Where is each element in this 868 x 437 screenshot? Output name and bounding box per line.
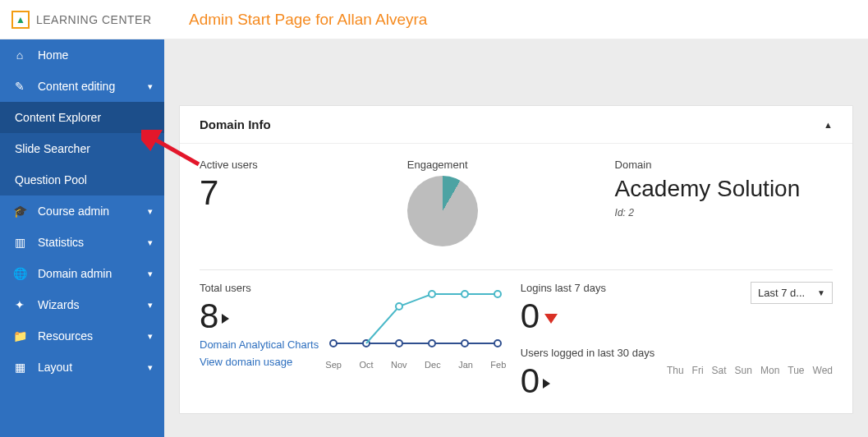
- caret-right-icon[interactable]: [222, 314, 229, 324]
- sidebar-item-content-editing[interactable]: ✎ Content editing ▾: [0, 71, 164, 102]
- wand-icon: ✦: [11, 298, 28, 311]
- x-label: Sep: [325, 360, 342, 370]
- svg-point-4: [462, 340, 468, 347]
- total-users-value: 8: [200, 299, 325, 334]
- brand-icon: ▲: [11, 11, 30, 29]
- active-users-label: Active users: [200, 159, 407, 171]
- sidebar-item-course-admin[interactable]: 🎓 Course admin ▾: [0, 196, 164, 227]
- sidebar-item-content-explorer[interactable]: Content Explorer: [0, 102, 164, 133]
- svg-point-8: [462, 291, 468, 297]
- total-users-label: Total users: [200, 282, 325, 294]
- graduation-icon: 🎓: [11, 205, 28, 218]
- x-label: Feb: [490, 360, 506, 370]
- sidebar: ⌂ Home ✎ Content editing ▾ Content Explo…: [0, 39, 164, 437]
- chevron-down-icon: ▾: [148, 81, 153, 92]
- active-users-block: Active users 7: [200, 159, 407, 246]
- weekday: Thu: [667, 365, 684, 376]
- x-label: Nov: [391, 360, 407, 370]
- total-users-chart: Sep Oct Nov Dec Jan Feb: [325, 282, 520, 398]
- sidebar-item-wizards[interactable]: ✦ Wizards ▾: [0, 289, 164, 320]
- trend-down-icon: [544, 314, 558, 324]
- weekday: Sun: [735, 365, 752, 376]
- domain-label: Domain: [615, 159, 833, 171]
- svg-point-5: [494, 340, 501, 347]
- sidebar-item-label: Wizards: [38, 298, 148, 311]
- active-users-value: 7: [200, 176, 407, 210]
- layout-icon: ▦: [11, 361, 28, 374]
- engagement-pie-chart: [407, 176, 478, 246]
- folder-icon: 📁: [11, 329, 28, 343]
- svg-point-0: [330, 340, 337, 347]
- caret-right-icon[interactable]: [543, 379, 550, 389]
- weekday: Sat: [712, 365, 727, 376]
- sidebar-item-home[interactable]: ⌂ Home: [0, 39, 164, 71]
- sidebar-item-label: Content editing: [38, 80, 148, 93]
- collapse-icon[interactable]: ▲: [824, 120, 833, 130]
- bar-chart-icon: ▥: [11, 236, 28, 249]
- globe-icon: 🌐: [11, 267, 28, 280]
- sidebar-item-label: Statistics: [38, 236, 148, 249]
- sidebar-item-label: Slide Searcher: [15, 142, 153, 155]
- sidebar-item-label: Content Explorer: [15, 111, 153, 124]
- card-header[interactable]: Domain Info ▲: [180, 106, 852, 144]
- app-header: ▲ LEARNING CENTER Admin Start Page for A…: [0, 0, 868, 39]
- range-block: Last 7 d... ▼ Thu Fri Sat Sun Mon Tue: [667, 282, 833, 398]
- main-content: Domain Info ▲ Active users 7 Engagement …: [164, 39, 868, 437]
- sidebar-item-statistics[interactable]: ▥ Statistics ▾: [0, 227, 164, 258]
- sidebar-item-domain-admin[interactable]: 🌐 Domain admin ▾: [0, 258, 164, 289]
- chevron-down-icon: ▾: [148, 206, 153, 217]
- sidebar-item-label: Home: [38, 48, 153, 62]
- weekday-labels: Thu Fri Sat Sun Mon Tue Wed: [667, 365, 833, 376]
- sidebar-item-label: Course admin: [38, 205, 148, 218]
- users30-label: Users logged in last 30 days: [521, 347, 667, 359]
- brand: ▲ LEARNING CENTER: [0, 11, 164, 29]
- edit-icon: ✎: [11, 80, 28, 93]
- domain-analytical-link[interactable]: Domain Analytical Charts: [200, 338, 325, 351]
- total-users-number: 8: [200, 297, 218, 335]
- total-users-block: Total users 8 Domain Analytical Charts V…: [200, 282, 325, 398]
- sidebar-item-label: Layout: [38, 361, 148, 374]
- users30-number: 0: [521, 361, 540, 400]
- chevron-down-icon: ▾: [148, 331, 153, 342]
- domain-name: Academy Solution: [615, 176, 833, 202]
- chart-x-labels: Sep Oct Nov Dec Jan Feb: [325, 360, 506, 370]
- sidebar-item-label: Resources: [38, 329, 148, 343]
- svg-point-7: [429, 291, 435, 297]
- chevron-down-icon: ▾: [148, 300, 153, 310]
- line-chart-svg: [325, 282, 506, 356]
- sidebar-item-resources[interactable]: 📁 Resources ▾: [0, 320, 164, 352]
- weekday: Fri: [692, 365, 704, 376]
- weekday: Mon: [760, 365, 779, 376]
- logins7-label: Logins last 7 days: [521, 282, 667, 294]
- users30-value: 0: [521, 364, 667, 398]
- engagement-block: Engagement: [407, 159, 615, 246]
- logins-block: Logins last 7 days 0 Users logged in las…: [521, 282, 667, 398]
- domain-id: Id: 2: [615, 207, 833, 218]
- weekday: Wed: [813, 365, 833, 376]
- x-label: Jan: [458, 360, 473, 370]
- card-title: Domain Info: [200, 117, 271, 131]
- view-domain-usage-link[interactable]: View domain usage: [200, 356, 325, 368]
- chevron-down-icon: ▾: [148, 269, 153, 279]
- logins7-value: 0: [521, 299, 667, 334]
- svg-point-3: [429, 340, 435, 347]
- sidebar-item-label: Question Pool: [15, 173, 153, 186]
- svg-point-9: [494, 291, 501, 297]
- sidebar-item-label: Domain admin: [38, 267, 148, 280]
- svg-point-2: [396, 340, 402, 347]
- weekday: Tue: [788, 365, 804, 376]
- svg-point-6: [396, 303, 402, 310]
- domain-block: Domain Academy Solution Id: 2: [615, 159, 833, 246]
- dropdown-icon: ▼: [817, 288, 825, 297]
- range-select[interactable]: Last 7 d... ▼: [751, 282, 833, 304]
- chevron-down-icon: ▾: [148, 237, 153, 248]
- sidebar-item-layout[interactable]: ▦ Layout ▾: [0, 352, 164, 383]
- sidebar-item-slide-searcher[interactable]: Slide Searcher: [0, 133, 164, 164]
- home-icon: ⌂: [11, 48, 28, 62]
- logins7-number: 0: [521, 297, 540, 335]
- x-label: Oct: [359, 360, 373, 370]
- x-label: Dec: [425, 360, 441, 370]
- brand-name: LEARNING CENTER: [36, 13, 152, 26]
- sidebar-item-question-pool[interactable]: Question Pool: [0, 164, 164, 196]
- domain-info-card: Domain Info ▲ Active users 7 Engagement …: [179, 105, 853, 414]
